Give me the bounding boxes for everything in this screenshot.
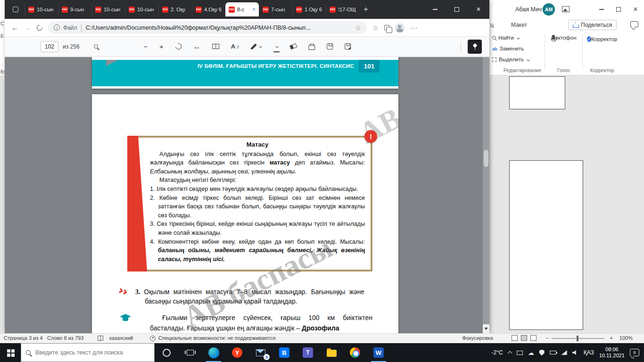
- tab-actions-button[interactable]: [9, 3, 22, 16]
- taskbar-vk[interactable]: [272, 343, 296, 362]
- settings-menu-icon[interactable]: ···: [410, 24, 418, 32]
- zoom-percentage[interactable]: 100%: [619, 335, 633, 341]
- pdf-page-number-input[interactable]: [41, 41, 58, 52]
- weather-temperature[interactable]: -2°C: [492, 349, 503, 356]
- action-center-icon[interactable]: 8: [630, 349, 639, 356]
- pin-toolbar-button[interactable]: [468, 40, 482, 54]
- yandex-icon: [232, 347, 242, 358]
- ribbon-display-options-icon[interactable]: [562, 6, 570, 12]
- scrollbar-down-button[interactable]: [483, 324, 489, 333]
- back-button[interactable]: ←: [11, 24, 18, 31]
- rotate-icon[interactable]: [175, 43, 182, 49]
- taskbar-yandex[interactable]: [225, 343, 249, 362]
- account-avatar[interactable]: АМ: [543, 3, 555, 16]
- volume-icon[interactable]: [572, 350, 578, 355]
- browser-tab[interactable]: 9-сын: [58, 2, 91, 16]
- browser-tab-active[interactable]: 8-с×: [225, 2, 259, 16]
- browser-tab[interactable]: 10-сын: [25, 2, 58, 16]
- share-button[interactable]: Поделиться: [568, 20, 617, 30]
- tab-close-icon[interactable]: ×: [252, 7, 256, 12]
- print-icon[interactable]: [308, 43, 315, 50]
- zoom-in-button[interactable]: +: [610, 335, 613, 341]
- minimize-button[interactable]: [424, 0, 446, 19]
- taskbar-mail[interactable]: 5: [249, 343, 272, 362]
- battery-icon[interactable]: [550, 351, 556, 354]
- browser-tab[interactable]: 7-сын: [259, 2, 292, 16]
- draw-icon[interactable]: [251, 43, 262, 49]
- browser-tab[interactable]: 2. Оқу: [158, 2, 192, 16]
- proofing-status-icon[interactable]: [98, 336, 103, 341]
- zoom-slider-thumb[interactable]: [577, 336, 578, 341]
- find-button[interactable]: Найти: [492, 35, 520, 41]
- onedrive-icon[interactable]: ☁: [528, 350, 534, 356]
- close-button[interactable]: ×: [627, 0, 644, 19]
- taskbar-search-input[interactable]: [34, 349, 149, 356]
- clock[interactable]: 08:06 10.11.2021: [599, 346, 625, 359]
- save-icon[interactable]: [327, 43, 333, 49]
- add-favorite-icon[interactable]: ☆: [355, 24, 361, 32]
- zoom-out-icon[interactable]: −: [143, 42, 148, 50]
- start-button[interactable]: [0, 343, 21, 362]
- status-page-count[interactable]: Страница 3 из 4: [4, 335, 42, 341]
- taskbar-explorer[interactable]: [320, 343, 343, 362]
- scrollbar-thumb[interactable]: [484, 150, 488, 167]
- status-accessibility[interactable]: Специальные возможности: не поддерживают…: [158, 335, 275, 341]
- editor-button[interactable]: Корректор: [586, 35, 619, 43]
- task-view-button[interactable]: [178, 343, 202, 362]
- refresh-icon[interactable]: [36, 24, 44, 32]
- cortana-button[interactable]: [155, 343, 178, 362]
- read-aloud-icon[interactable]: A: [231, 43, 239, 50]
- erase-icon[interactable]: [290, 44, 297, 49]
- dictate-button[interactable]: Диктофон: [549, 35, 579, 41]
- rule-item: 3. Сөз тіркесінің бірінші, кейде екінші …: [150, 220, 365, 237]
- page-view-icon[interactable]: [212, 44, 219, 49]
- read-mode-icon[interactable]: [512, 335, 518, 341]
- pdf-favicon: [196, 7, 202, 13]
- comments-icon[interactable]: [630, 21, 638, 27]
- keyboard-language[interactable]: ҚАЗ: [584, 349, 594, 356]
- print-layout-icon[interactable]: [521, 335, 527, 341]
- browser-tab[interactable]: 1 Оқу 6: [292, 2, 326, 16]
- taskbar-teams[interactable]: [296, 343, 320, 362]
- taskbar-edge[interactable]: [202, 343, 225, 362]
- status-language[interactable]: казахский: [109, 335, 133, 341]
- replace-button[interactable]: Заменить: [492, 46, 524, 51]
- save-as-icon[interactable]: [345, 43, 351, 49]
- browser-tab[interactable]: 4.Оқу 6: [192, 2, 225, 16]
- hidden-icons-chevron[interactable]: [507, 351, 512, 356]
- select-button[interactable]: Выделить: [492, 57, 529, 62]
- taskbar-word[interactable]: [367, 343, 390, 362]
- close-button[interactable]: ×: [468, 0, 489, 19]
- minimize-button[interactable]: [593, 0, 610, 19]
- address-bar[interactable]: i Файл | C:/Users/admin/Documents/Новый%…: [48, 21, 367, 34]
- maximize-button[interactable]: [446, 0, 468, 19]
- pdf-search-icon[interactable]: [94, 44, 98, 49]
- browser-tab[interactable]: !17-ОЩ: [326, 2, 359, 16]
- network-icon[interactable]: [561, 350, 567, 355]
- browser-tab[interactable]: 10-сын: [125, 2, 158, 16]
- favorites-icon[interactable]: ☆: [372, 24, 379, 32]
- browser-tab[interactable]: 10-сын: [91, 2, 125, 16]
- highlight-icon[interactable]: [273, 42, 278, 50]
- pdf-scrollbar[interactable]: [483, 57, 489, 333]
- collections-icon[interactable]: [384, 25, 389, 30]
- taskbar-chrome[interactable]: [343, 343, 367, 362]
- ribbon-tab-fragment[interactable]: ц: [490, 22, 494, 28]
- zoom-in-icon[interactable]: +: [159, 42, 164, 50]
- focus-mode-button[interactable]: Фокусировка: [462, 335, 493, 341]
- maximize-button[interactable]: [610, 0, 627, 19]
- security-shield-icon[interactable]: [539, 350, 545, 356]
- profile-avatar[interactable]: [395, 23, 405, 33]
- new-tab-button[interactable]: +: [359, 3, 372, 16]
- web-layout-icon[interactable]: [530, 335, 537, 341]
- ribbon-separator: [582, 34, 583, 70]
- display-tray-icon[interactable]: [517, 351, 523, 355]
- page-info-icon[interactable]: i: [54, 25, 60, 31]
- taskbar-search[interactable]: [21, 343, 155, 362]
- zoom-slider[interactable]: [552, 338, 604, 339]
- forward-button[interactable]: →: [24, 24, 31, 31]
- status-word-count[interactable]: Слово 8 из 793: [47, 335, 83, 341]
- ribbon-tab-layout[interactable]: Макет: [511, 22, 527, 28]
- zoom-out-button[interactable]: −: [546, 335, 549, 341]
- fit-width-icon[interactable]: ↔: [193, 42, 200, 50]
